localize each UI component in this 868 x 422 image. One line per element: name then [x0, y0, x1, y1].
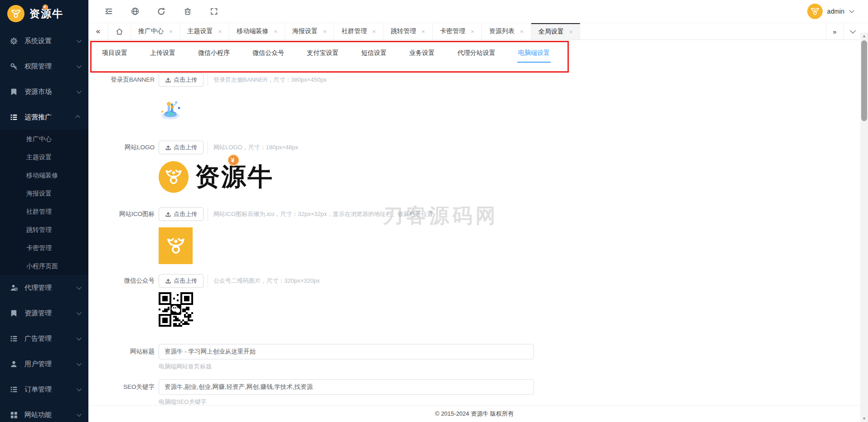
upload-qrcode-button[interactable]: 点击上传: [159, 274, 204, 288]
scrollbar-thumb[interactable]: [861, 40, 867, 121]
sidebar-subitem-redirect[interactable]: 跳转管理: [0, 221, 88, 239]
refresh-icon[interactable]: [157, 7, 165, 15]
tab-resource-list[interactable]: 资源列表×: [482, 23, 531, 39]
vertical-scrollbar[interactable]: ▲ ▼: [860, 33, 868, 422]
field-label: 网站LOGO: [88, 143, 155, 152]
sidebar-item-operation-promotion[interactable]: 运营推广: [0, 104, 88, 130]
sidebar-subitem-promotion-center[interactable]: 推广中心: [0, 130, 88, 148]
tab-redirect[interactable]: 跳转管理×: [383, 23, 433, 39]
list-icon: [10, 335, 18, 343]
close-icon[interactable]: ×: [372, 28, 376, 35]
sidebar-menu: 系统设置 权限管理 资源市场 运营推广 推广中心 主题设置 移动端: [0, 28, 88, 422]
subtab-business-settings[interactable]: 业务设置: [408, 45, 436, 61]
sidebar-subitem-community[interactable]: 社群管理: [0, 202, 88, 221]
tab-bar-controls: »: [826, 23, 860, 39]
sidebar-item-ad-mgmt[interactable]: 广告管理: [0, 326, 88, 351]
seo-keywords-input[interactable]: [159, 379, 534, 395]
bookmark-icon: [10, 309, 18, 317]
subtab-project-settings[interactable]: 项目设置: [101, 45, 128, 61]
tab-global-settings[interactable]: 全局设置×: [531, 23, 581, 39]
subtab-sms-settings[interactable]: 短信设置: [360, 45, 388, 61]
sidebar-logo[interactable]: 资源牛¥: [0, 0, 88, 27]
subtab-alipay-settings[interactable]: 支付宝设置: [306, 45, 339, 61]
subtab-wechat-miniprogram[interactable]: 微信小程序: [197, 45, 231, 61]
sidebar-item-order-mgmt[interactable]: 订单管理: [0, 377, 88, 402]
tab-community[interactable]: 社群管理×: [334, 23, 383, 39]
trash-icon[interactable]: [184, 7, 192, 15]
grid-icon: [10, 411, 18, 419]
close-icon[interactable]: ×: [422, 28, 425, 35]
close-icon[interactable]: ×: [169, 28, 173, 35]
sidebar-subitem-miniprogram-pages[interactable]: 小程序页面: [0, 257, 88, 275]
list-icon: [10, 386, 18, 393]
upload-icon: [165, 211, 171, 217]
tab-mobile-decoration[interactable]: 移动端装修×: [229, 23, 285, 39]
sidebar-item-agent[interactable]: 代理管理: [0, 275, 88, 300]
chevron-down-icon: [77, 38, 82, 43]
tab-label: 跳转管理: [391, 27, 416, 35]
close-icon[interactable]: ×: [274, 28, 277, 35]
site-logo-image: 资源牛¥: [159, 161, 860, 193]
agent-icon: [10, 284, 18, 292]
sidebar-item-label: 资源市场: [24, 88, 52, 96]
home-tab[interactable]: [108, 23, 131, 39]
tab-label: 全局设置: [538, 28, 564, 36]
tabs-menu-button[interactable]: [843, 23, 860, 39]
main-content: 项目设置 上传设置 微信小程序 微信公众号 支付宝设置 短信设置 业务设置 代理…: [88, 40, 860, 422]
tab-label: 推广中心: [138, 27, 164, 35]
globe-icon[interactable]: [131, 7, 139, 15]
sidebar-item-resource-mgmt[interactable]: 资源管理: [0, 300, 88, 326]
scroll-up-arrow[interactable]: ▲: [860, 33, 868, 39]
tab-theme-settings[interactable]: 主题设置×: [180, 23, 230, 39]
sidebar-subitem-card-key[interactable]: 卡密管理: [0, 239, 88, 257]
chevron-up-icon: [75, 115, 80, 120]
upload-ico-button[interactable]: 点击上传: [159, 207, 204, 221]
tab-label: 卡密管理: [440, 27, 466, 35]
subtab-pc-settings[interactable]: 电脑端设置: [517, 45, 551, 61]
tabs-scroll-right-button[interactable]: »: [826, 23, 843, 39]
collapse-menu-icon[interactable]: [105, 7, 113, 15]
tab-label: 社群管理: [341, 27, 367, 35]
username: admin: [827, 8, 844, 15]
tab-poster-settings[interactable]: 海报设置×: [285, 23, 335, 39]
sidebar-item-user-mgmt[interactable]: 用户管理: [0, 351, 88, 377]
upload-logo-button[interactable]: 点击上传: [159, 141, 204, 154]
gear-icon: [10, 37, 18, 45]
sidebar-item-site-features[interactable]: 网站功能: [0, 402, 88, 422]
upload-icon: [165, 278, 171, 284]
tabs-scroll-left-button[interactable]: «: [88, 23, 108, 39]
subtab-upload-settings[interactable]: 上传设置: [149, 45, 176, 61]
copyright-footer: © 2015-2024 资源牛 版权所有: [88, 405, 860, 422]
close-icon[interactable]: ×: [520, 28, 524, 35]
field-hint: 公众号二维码图片，尺寸：320px×320px: [208, 274, 320, 288]
upload-button-label: 点击上传: [174, 277, 197, 285]
tab-label: 主题设置: [188, 27, 213, 35]
site-title-input[interactable]: [159, 344, 534, 359]
sidebar-item-system-settings[interactable]: 系统设置: [0, 28, 88, 54]
scroll-down-arrow[interactable]: ▼: [860, 415, 868, 422]
sidebar-item-permission[interactable]: 权限管理: [0, 54, 88, 79]
chevron-down-icon: [77, 412, 82, 417]
tab-card-key[interactable]: 卡密管理×: [433, 23, 482, 39]
brand-name: 资源牛¥: [29, 7, 63, 21]
sidebar-subitem-mobile-decoration[interactable]: 移动端装修: [0, 166, 88, 184]
tab-label: 资源列表: [489, 27, 514, 35]
upload-banner-button[interactable]: 点击上传: [159, 73, 204, 87]
sidebar-subitem-theme-settings[interactable]: 主题设置: [0, 148, 88, 166]
tab-label: 移动端装修: [237, 27, 268, 35]
user-menu[interactable]: admin: [807, 4, 868, 19]
close-icon[interactable]: ×: [218, 28, 222, 35]
tab-promotion-center[interactable]: 推广中心×: [131, 23, 180, 39]
subtab-agent-substation[interactable]: 代理分站设置: [456, 45, 496, 61]
close-icon[interactable]: ×: [323, 28, 327, 35]
tab-label: 海报设置: [292, 27, 318, 35]
fullscreen-icon[interactable]: [210, 7, 218, 15]
sidebar-subitem-poster-settings[interactable]: 海报设置: [0, 184, 88, 202]
coin-icon: ¥: [228, 154, 239, 166]
close-icon[interactable]: ×: [471, 28, 475, 35]
close-icon[interactable]: ×: [569, 29, 573, 35]
chevron-down-icon: [77, 361, 82, 366]
subtab-wechat-official[interactable]: 微信公众号: [252, 45, 285, 61]
sidebar-item-resource-market[interactable]: 资源市场: [0, 79, 88, 104]
pc-settings-form: 登录页BANNER 点击上传 登录页左侧BANNER，尺寸：380px×450p…: [88, 73, 860, 405]
